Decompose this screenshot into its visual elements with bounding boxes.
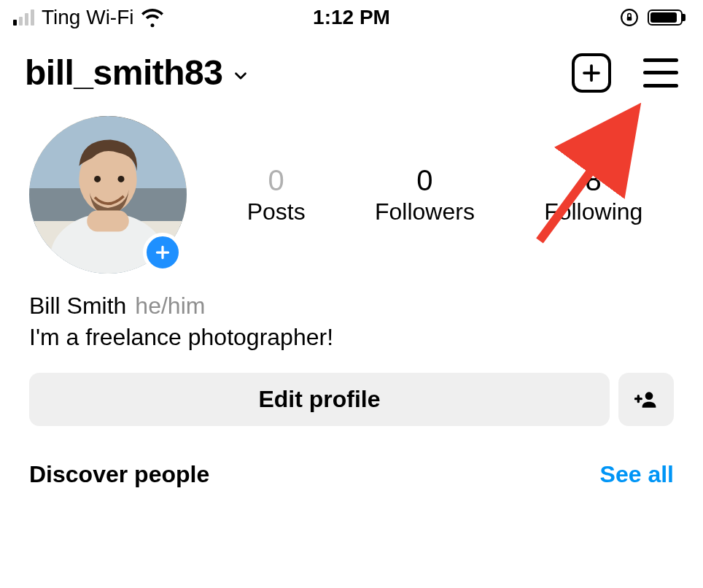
svg-point-11 [118,176,125,182]
edit-profile-button[interactable]: Edit profile [29,373,610,426]
display-name: Bill Smith [29,293,126,320]
plus-icon [153,243,172,262]
discover-section: Discover people See all [0,426,703,488]
bio-text: I'm a freelance photographer! [29,324,674,351]
svg-rect-12 [87,211,129,232]
plus-icon [580,62,602,84]
header-actions [572,53,678,93]
stat-following-label: Following [544,198,642,225]
stat-following-count: 8 [544,164,642,197]
stat-followers[interactable]: 0 Followers [375,164,475,225]
status-right [620,8,683,27]
svg-point-10 [94,176,101,182]
profile-header: bill_smith83 [0,32,703,98]
stat-following[interactable]: 8 Following [544,164,642,225]
clock: 1:12 PM [313,6,390,29]
battery-icon [648,9,683,26]
avatar-container[interactable] [29,116,187,274]
svg-point-15 [645,392,653,400]
account-switcher[interactable]: bill_smith83 [25,53,572,93]
add-story-button[interactable] [143,233,182,272]
wifi-icon [141,7,163,28]
stat-followers-count: 0 [375,164,475,197]
bio: Bill Smith he/him I'm a freelance photog… [0,274,703,351]
discover-title: Discover people [29,461,209,488]
profile-info: 0 Posts 0 Followers 8 Following [0,98,703,274]
stats: 0 Posts 0 Followers 8 Following [216,164,674,225]
svg-rect-1 [627,17,632,20]
add-person-icon [634,388,658,411]
pronouns: he/him [135,293,205,320]
hamburger-icon [643,58,678,62]
stat-posts-label: Posts [247,198,306,225]
orientation-lock-icon [620,8,639,27]
username: bill_smith83 [25,53,222,93]
action-row: Edit profile [0,351,703,426]
chevron-down-icon [231,61,250,85]
status-left: Ting Wi-Fi [13,6,163,29]
see-all-link[interactable]: See all [600,461,674,488]
stat-posts-count: 0 [247,164,306,197]
stat-posts[interactable]: 0 Posts [247,164,306,225]
discover-people-button[interactable] [618,373,674,426]
create-button[interactable] [572,53,611,93]
status-bar: Ting Wi-Fi 1:12 PM [0,0,703,32]
carrier-label: Ting Wi-Fi [42,6,134,29]
menu-button[interactable] [643,58,678,88]
stat-followers-label: Followers [375,198,475,225]
cell-signal-icon [13,9,34,26]
